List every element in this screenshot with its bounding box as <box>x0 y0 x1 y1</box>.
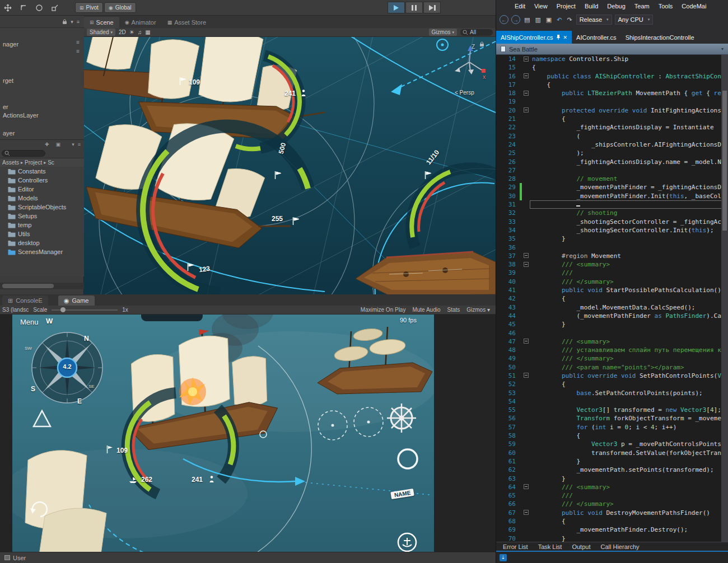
stats-toggle[interactable]: Stats <box>447 307 460 313</box>
code-line[interactable]: 70 } <box>496 534 728 542</box>
code-line[interactable]: 40 /// </summary> <box>496 278 728 286</box>
code-line[interactable]: 24 _shipsController.AIFightingActionsDi <box>496 140 728 149</box>
navigate-forward-icon[interactable]: → <box>511 15 520 24</box>
code-line[interactable]: 43 _model.MovementData.CalcSpeed(); <box>496 303 728 312</box>
fold-collapse-icon[interactable]: − <box>524 339 529 344</box>
menu-view[interactable]: View <box>530 2 552 11</box>
new-file-icon[interactable]: ▤ <box>523 16 531 24</box>
code-line[interactable]: 63 } <box>496 475 728 483</box>
scene-lock-icon[interactable] <box>479 39 484 49</box>
packages-icon[interactable]: ▣ <box>56 142 61 147</box>
folder-item[interactable]: Editor <box>0 185 84 194</box>
audio-toggle-icon[interactable]: ♫ <box>138 29 142 35</box>
open-file-icon[interactable]: ▥ <box>534 16 542 24</box>
folder-item[interactable]: temp <box>0 220 84 229</box>
display-dropdown[interactable]: S3 (landsc <box>2 307 29 313</box>
code-line[interactable]: 27 <box>496 166 728 175</box>
project-caret-icon[interactable]: ▾ <box>72 142 74 147</box>
code-line[interactable]: 15{ <box>496 63 728 72</box>
folder-item[interactable]: Models <box>0 194 84 203</box>
platform-dropdown[interactable]: Any CPU▾ <box>615 15 654 25</box>
favorites-icon[interactable]: ✚ <box>45 142 49 147</box>
code-line[interactable]: 50 /// <param name="points"></param> <box>496 363 728 372</box>
panel-tab-output[interactable]: Output <box>567 543 595 551</box>
gizmos-dropdown[interactable]: Gizmos▾ <box>429 29 457 36</box>
shaded-dropdown[interactable]: Shaded▾ <box>87 29 115 36</box>
code-line[interactable]: 36 <box>496 243 728 252</box>
code-line[interactable]: 19 <box>496 97 728 106</box>
code-line[interactable]: 32 // shooting <box>496 209 728 217</box>
console-tab[interactable]: ⊞ConsoleE <box>2 295 48 306</box>
folder-item[interactable]: Setups <box>0 212 84 220</box>
pin-icon[interactable] <box>556 34 561 41</box>
code-line[interactable]: 20− protected override void InitFighting… <box>496 106 728 115</box>
folder-item[interactable]: Controllers <box>0 176 84 185</box>
axis-x-label[interactable]: x <box>483 74 486 80</box>
folder-item[interactable]: Utils <box>0 229 84 238</box>
menu-team[interactable]: Team <box>631 2 654 11</box>
code-line[interactable]: 44 (_movementPathFinder as PathsFinder).… <box>496 312 728 320</box>
game-tab[interactable]: ◉Game <box>58 295 95 306</box>
code-line[interactable]: 65 /// <box>496 491 728 500</box>
play-button[interactable] <box>388 2 405 13</box>
panel-menu-icon[interactable]: ≡ <box>77 19 80 25</box>
code-line[interactable]: 39 /// <box>496 269 728 277</box>
fold-collapse-icon[interactable]: − <box>524 57 529 62</box>
hierarchy-item[interactable]: ActionsLayer <box>3 112 39 119</box>
code-line[interactable]: 49 /// </summary> <box>496 354 728 363</box>
code-line[interactable]: 14−namespace Controllers.Ship <box>496 55 728 63</box>
menu-tools[interactable]: Tools <box>655 2 677 11</box>
breadcrumb-part[interactable]: Sc <box>48 159 54 166</box>
rotate-tool-icon[interactable] <box>32 2 46 13</box>
mute-audio-toggle[interactable]: Mute Audio <box>412 307 440 313</box>
slider-knob[interactable] <box>60 307 66 312</box>
undo-icon[interactable]: ↶ <box>556 16 563 24</box>
row-menu-icon[interactable]: ≡ <box>76 48 80 54</box>
code-line[interactable]: 48 /// устанавливаем сплайн путь перемещ… <box>496 346 728 354</box>
code-line[interactable]: 62 _movementPath.setPoints(transformed); <box>496 466 728 474</box>
download-status-icon[interactable]: ⇣ <box>500 554 507 561</box>
code-line[interactable]: 25 ); <box>496 149 728 157</box>
game-gizmos-dropdown[interactable]: Gizmos ▾ <box>466 307 490 313</box>
scene-tab-animator[interactable]: ◉Animator <box>119 17 162 28</box>
pan-tool-icon[interactable] <box>1 2 15 13</box>
menu-build[interactable]: Build <box>581 2 602 11</box>
navigate-back-icon[interactable]: ← <box>500 15 508 24</box>
effects-toggle-icon[interactable]: ▦ <box>145 29 150 35</box>
hierarchy-item[interactable]: nager <box>3 41 18 48</box>
panel-tab-error-list[interactable]: Error List <box>498 543 533 551</box>
scene-tab-scene[interactable]: ⊞Scene <box>84 17 119 28</box>
project-breadcrumb[interactable]: Assets▸Project▸Sc <box>0 158 84 167</box>
code-line[interactable]: 55 Vector3[] transformed = new Vector3[4… <box>496 406 728 414</box>
pivot-button[interactable]: ⊞Pivot <box>75 2 103 13</box>
breadcrumb-part[interactable]: Assets <box>2 159 19 166</box>
code-line[interactable]: 42 { <box>496 294 728 303</box>
row-menu-icon[interactable]: ≡ <box>76 39 80 45</box>
code-line[interactable]: 33 _shootingSectorController = _fighting… <box>496 218 728 226</box>
fold-collapse-icon[interactable]: − <box>524 107 529 112</box>
code-line[interactable]: 28 // movement <box>496 175 728 183</box>
code-line[interactable]: 54 <box>496 397 728 406</box>
code-line[interactable]: 21 { <box>496 115 728 123</box>
fold-collapse-icon[interactable]: − <box>524 510 529 515</box>
code-line[interactable]: 52 { <box>496 380 728 388</box>
scrollbar-thumb[interactable] <box>722 91 727 231</box>
hierarchy-item[interactable]: rget <box>3 77 13 84</box>
code-line[interactable]: 22 _fightingActionsDisplay = Instantiate <box>496 123 728 132</box>
menu-edit[interactable]: Edit <box>511 2 529 11</box>
configuration-dropdown[interactable]: Release▾ <box>576 15 612 25</box>
axis-z-label[interactable]: Z <box>472 44 475 50</box>
scene-tab-asset-store[interactable]: ▦Asset Store <box>162 17 212 28</box>
code-line[interactable]: 18− public LTBezierPath MovementPath { g… <box>496 89 728 97</box>
menu-button[interactable]: Menu <box>20 318 39 326</box>
panel-tab-call-hierarchy[interactable]: Call Hierarchy <box>596 543 643 551</box>
doc-tab[interactable]: ShipsInteractionControlle <box>621 31 699 44</box>
2d-toggle[interactable]: 2D <box>119 29 126 35</box>
code-line[interactable]: 41 public void StartPossiblePathsCalcula… <box>496 286 728 294</box>
code-line[interactable]: 16− public class AIShipController : Abst… <box>496 72 728 81</box>
folder-item[interactable]: ScriptableObjects <box>0 203 84 212</box>
code-line[interactable]: 34 _shootingSectorController.Init(this); <box>496 226 728 234</box>
code-line[interactable]: 68 { <box>496 517 728 526</box>
code-line[interactable]: 45 } <box>496 320 728 329</box>
doc-tab[interactable]: AIController.cs <box>572 31 621 44</box>
